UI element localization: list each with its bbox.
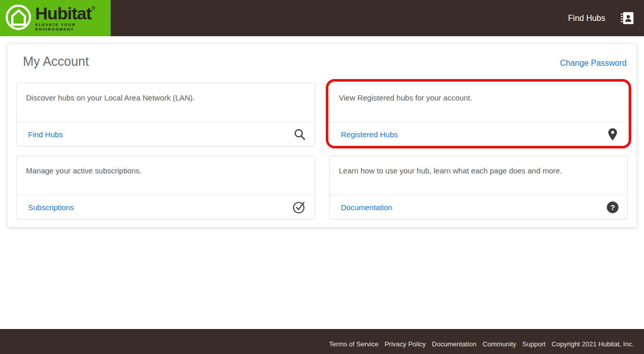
search-icon	[293, 128, 306, 141]
card-find-hubs: Discover hubs on your Local Area Network…	[16, 83, 315, 146]
card-action-row: Documentation ?	[330, 195, 628, 219]
svg-text:?: ?	[610, 203, 615, 211]
subscriptions-link[interactable]: Subscriptions	[28, 203, 74, 212]
card-registered-hubs: View Registered hubs for your account. R…	[329, 83, 628, 146]
hubitat-logo[interactable]: Hubitat® ELEVATE YOUR ENVIRONMENT	[0, 0, 111, 36]
nav-find-hubs-link[interactable]: Find Hubs	[568, 14, 605, 23]
card-subscriptions: Manage your active subscriptions. Subscr…	[16, 156, 315, 219]
documentation-link[interactable]: Documentation	[341, 203, 393, 212]
card-description: Discover hubs on your Local Area Network…	[17, 83, 315, 122]
footer-link-community[interactable]: Community	[483, 340, 517, 348]
card-documentation: Learn how to use your hub, learn what ea…	[329, 156, 628, 219]
brand-tagline: ELEVATE YOUR ENVIRONMENT	[35, 22, 111, 32]
find-hubs-link[interactable]: Find Hubs	[28, 130, 63, 139]
footer-link-terms[interactable]: Terms of Service	[329, 340, 378, 348]
footer-link-support[interactable]: Support	[522, 340, 546, 348]
my-account-panel: My Account Change Password Discover hubs…	[7, 43, 637, 227]
question-circle-icon: ?	[606, 201, 619, 214]
account-book-icon[interactable]	[621, 11, 634, 25]
check-circle-icon	[292, 200, 306, 214]
footer-copyright: Copyright 2021 Hubitat, Inc.	[552, 340, 634, 348]
hubitat-house-icon	[5, 4, 32, 33]
page-title: My Account	[23, 54, 89, 69]
top-nav-actions: Find Hubs	[568, 0, 644, 36]
footer-link-privacy[interactable]: Privacy Policy	[384, 340, 426, 348]
card-description: Manage your active subscriptions.	[17, 156, 315, 195]
registered-hubs-link[interactable]: Registered Hubs	[341, 130, 398, 139]
top-navbar: Hubitat® ELEVATE YOUR ENVIRONMENT Find H…	[0, 0, 644, 36]
panel-header: My Account Change Password	[16, 53, 628, 69]
hubitat-wordmark: Hubitat® ELEVATE YOUR ENVIRONMENT	[35, 5, 111, 32]
hubitat-my-account-page: Hubitat® ELEVATE YOUR ENVIRONMENT Find H…	[0, 0, 644, 354]
change-password-link[interactable]: Change Password	[560, 59, 627, 68]
main-content: My Account Change Password Discover hubs…	[0, 36, 644, 329]
footer-link-documentation[interactable]: Documentation	[432, 340, 476, 348]
registered-mark: ®	[91, 5, 95, 11]
card-description: Learn how to use your hub, learn what ea…	[330, 156, 628, 195]
location-pin-icon	[606, 128, 619, 141]
brand-text: Hubitat	[35, 4, 91, 23]
card-action-row: Find Hubs	[17, 122, 315, 146]
card-action-row: Subscriptions	[17, 195, 315, 219]
card-description: View Registered hubs for your account.	[330, 83, 628, 122]
account-cards-grid: Discover hubs on your Local Area Network…	[16, 83, 628, 219]
card-action-row: Registered Hubs	[330, 122, 628, 146]
footer: Terms of Service Privacy Policy Document…	[0, 329, 644, 354]
